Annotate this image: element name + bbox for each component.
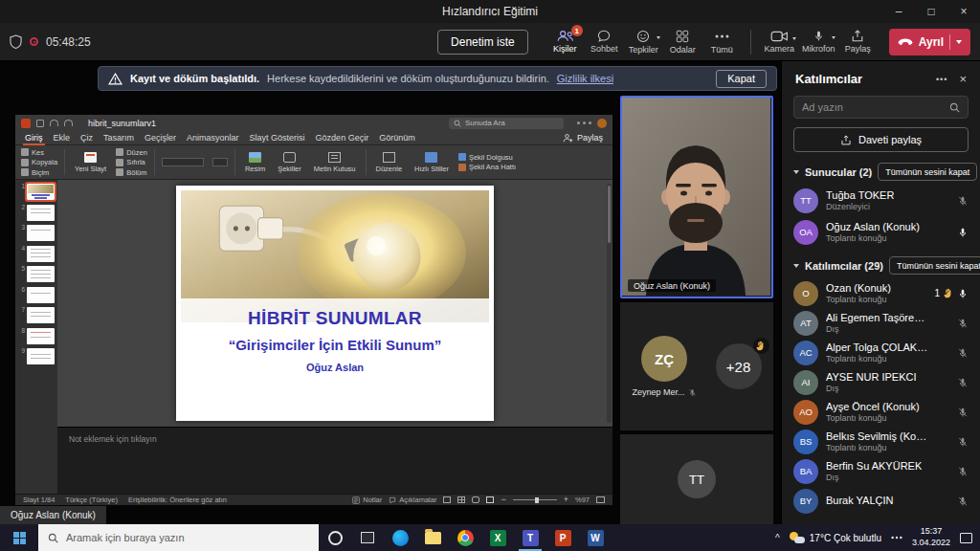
close-icon[interactable]: ×: [947, 0, 980, 23]
maximize-icon[interactable]: □: [915, 0, 947, 23]
minimize-icon[interactable]: –: [882, 0, 915, 23]
mic-off-icon[interactable]: [957, 377, 969, 388]
ribbon-format-painter-button[interactable]: Biçim: [21, 168, 57, 177]
mic-off-icon[interactable]: [957, 195, 969, 207]
accessibility-check[interactable]: Erişilebilirlik: Önerilere göz atın: [128, 496, 227, 504]
ppt-titlebar-options-icon[interactable]: [577, 121, 591, 124]
cortana-button[interactable]: [319, 524, 351, 551]
account-avatar[interactable]: [597, 119, 607, 128]
taskbar-clock[interactable]: 15:37 3.04.2022: [912, 526, 950, 548]
taskbar-weather[interactable]: 17°C Çok bulutlu: [790, 532, 881, 543]
ribbon-shape-outline-button[interactable]: Şekil Ana Hattı: [458, 163, 516, 171]
normal-view-icon[interactable]: [443, 496, 451, 503]
participant-row[interactable]: AC Alper Tolga ÇOLAK (Konuk) Toplantı ko…: [782, 338, 980, 367]
ppt-search-box[interactable]: Sunuda Ara: [449, 118, 564, 129]
mute-all-attendees-button[interactable]: Tümünün sesini kapat: [889, 256, 980, 275]
main-speaker-video[interactable]: Oğuz Aslan (Konuk): [620, 96, 773, 298]
participant-row[interactable]: AI AYSE NUR IPEKCI Dış: [782, 367, 980, 397]
ribbon-quick-styles-button[interactable]: Hızlı Stiller: [412, 147, 452, 177]
attendees-section-header[interactable]: Katılımcılar (29) Tümünün sesini kapat: [782, 248, 980, 278]
mic-off-icon[interactable]: [957, 407, 969, 418]
font-name-box[interactable]: [162, 158, 204, 166]
ppt-tab-ekle[interactable]: Ekle: [54, 133, 71, 143]
ribbon-copy-button[interactable]: Kopyala: [21, 158, 57, 166]
font-size-box[interactable]: [212, 158, 228, 166]
participant-row[interactable]: BA Berfin Su AKYÜREK Dış: [782, 456, 980, 486]
edge-button[interactable]: [384, 524, 416, 551]
tray-expand-icon[interactable]: ^: [775, 533, 780, 543]
participant-row[interactable]: O Ozan (Konuk) Toplantı konuğu 1: [782, 278, 980, 308]
share-button[interactable]: Paylaş: [838, 27, 878, 56]
slide-thumbnail-2[interactable]: 2: [18, 205, 55, 221]
leave-button[interactable]: Ayrıl: [889, 29, 970, 55]
zoom-level[interactable]: %97: [575, 496, 590, 504]
slide-thumbnail-5[interactable]: 5: [18, 266, 55, 282]
slide-thumbnail-4[interactable]: 4: [18, 246, 55, 262]
ppt-tab-slayt-gosterisi[interactable]: Slayt Gösterisi: [250, 133, 305, 143]
taskbar-search[interactable]: [38, 524, 319, 551]
ribbon-reset-button[interactable]: Sıfırla: [116, 158, 147, 166]
shared-powerpoint-window[interactable]: hibrit_sunumlarv1 Sunuda Ara Giriş Ekle …: [15, 115, 612, 505]
ribbon-textbox-button[interactable]: Metin Kutusu: [311, 147, 359, 177]
ppt-tab-gozden-gecir[interactable]: Gözden Geçir: [316, 133, 369, 143]
mic-off-icon[interactable]: [957, 466, 969, 477]
mic-on-icon[interactable]: [957, 227, 969, 238]
ribbon-picture-button[interactable]: Resim: [242, 147, 268, 177]
slide-thumbnail-6[interactable]: 6: [18, 287, 55, 303]
participant-search[interactable]: [793, 96, 969, 119]
tab-rooms[interactable]: Odalar: [663, 27, 702, 57]
mic-off-icon[interactable]: [957, 436, 969, 448]
powerpoint-button[interactable]: P: [546, 524, 579, 551]
mic-off-icon[interactable]: [957, 318, 969, 329]
ppt-tab-giris[interactable]: Giriş: [25, 133, 43, 143]
current-slide[interactable]: HİBRİT SUNUMLAR “Girişimciler İçin Etkil…: [176, 186, 494, 421]
slide-thumbnail-8[interactable]: 8: [18, 328, 55, 344]
reading-view-icon[interactable]: [472, 496, 479, 503]
save-icon[interactable]: [36, 120, 44, 127]
tab-chat[interactable]: Sohbet: [585, 27, 624, 56]
ribbon-shapes-button[interactable]: Şekiller: [275, 147, 304, 177]
start-button[interactable]: [0, 524, 38, 551]
task-view-button[interactable]: [351, 524, 384, 551]
ribbon-new-slide-button[interactable]: Yeni Slayt: [72, 147, 109, 177]
zoom-in-icon[interactable]: +: [564, 496, 568, 504]
slide-scrollbar[interactable]: [607, 184, 612, 423]
ribbon-layout-button[interactable]: Düzen: [116, 148, 147, 157]
request-control-button[interactable]: Denetim iste: [437, 30, 528, 55]
mic-off-icon[interactable]: [957, 496, 969, 507]
slide-thumbnail-3[interactable]: 3: [18, 225, 55, 241]
tab-more[interactable]: Tümü: [702, 27, 742, 57]
teams-button[interactable]: T: [514, 524, 546, 551]
participant-row[interactable]: TT Tuğba TOKER Düzenleyici: [782, 185, 980, 216]
slide-thumbnail-1[interactable]: 1: [18, 184, 55, 200]
zoom-out-icon[interactable]: −: [501, 496, 505, 504]
slide-thumbnail-7[interactable]: 7: [18, 307, 55, 323]
ppt-tab-ciz[interactable]: Çiz: [80, 133, 93, 143]
tab-reactions[interactable]: Tepkiler: [624, 27, 663, 57]
mute-all-presenters-button[interactable]: Tümünün sesini kapat: [878, 163, 977, 181]
redo-icon[interactable]: [64, 120, 73, 126]
chrome-button[interactable]: [449, 524, 481, 551]
ppt-tab-gecisler[interactable]: Geçişler: [145, 133, 176, 143]
participants-video-tile[interactable]: ZÇ Zeynep Mer... +28: [620, 302, 773, 430]
ribbon-cut-button[interactable]: Kes: [21, 148, 57, 157]
slideshow-view-icon[interactable]: [486, 496, 494, 503]
camera-button[interactable]: Kamera: [760, 28, 799, 56]
slide-thumbnail-9[interactable]: 9: [18, 348, 55, 364]
slide-sorter-view-icon[interactable]: [457, 496, 465, 503]
microphone-button[interactable]: Mikrofon: [799, 27, 838, 56]
participant-search-input[interactable]: [802, 101, 949, 113]
ppt-tab-tasarim[interactable]: Tasarım: [103, 133, 134, 143]
mic-off-icon[interactable]: [957, 347, 969, 359]
presenters-section-header[interactable]: Sunucular (2) Tümünün sesini kapat: [782, 154, 980, 185]
language-indicator[interactable]: Türkçe (Türkiye): [65, 496, 118, 504]
zoom-slider[interactable]: [513, 499, 557, 500]
action-center-icon[interactable]: [960, 533, 972, 543]
fit-slide-icon[interactable]: [596, 496, 605, 503]
ribbon-shape-fill-button[interactable]: Şekil Dolgusu: [458, 153, 516, 162]
participant-row[interactable]: AO Ayşe Öncel (Konuk) Toplantı konuğu: [782, 397, 980, 427]
panel-more-icon[interactable]: •••: [936, 75, 947, 84]
ppt-share-button[interactable]: Paylaş: [563, 133, 603, 143]
share-invite-button[interactable]: Daveti paylaş: [793, 127, 969, 152]
privacy-policy-link[interactable]: Gizlilik ilkesi: [557, 73, 613, 84]
